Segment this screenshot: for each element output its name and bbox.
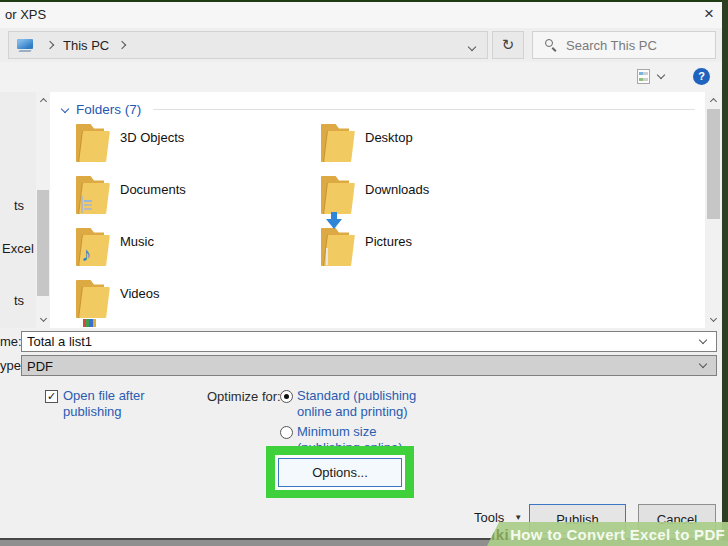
standard-label-line2: online and printing) — [297, 404, 408, 419]
scroll-down-button[interactable] — [36, 312, 50, 328]
folder-item-pictures[interactable]: Pictures — [319, 227, 564, 279]
minimum-size-radio[interactable] — [280, 426, 293, 439]
navigation-pane: ts Excel ts — [0, 92, 36, 328]
document-icon — [81, 196, 83, 213]
folder-item-videos[interactable]: Videos — [74, 279, 319, 328]
frame-right-strip — [722, 0, 728, 541]
file-name-row: me: — [0, 331, 722, 352]
save-type-value: PDF — [22, 357, 700, 374]
sidebar-item-clipped[interactable]: ts — [14, 198, 36, 213]
breadcrumb-chevron-icon[interactable] — [118, 41, 126, 49]
chevron-up-icon — [710, 98, 717, 105]
title-bar: or XPS × — [0, 2, 722, 28]
standard-radio-label[interactable]: Standard (publishing online and printing… — [297, 388, 427, 419]
folder-item-downloads[interactable]: Downloads — [319, 175, 564, 227]
this-pc-icon — [17, 39, 34, 52]
standard-label-line1: Standard (publishing — [297, 388, 416, 403]
folder-icon — [74, 123, 108, 163]
close-icon[interactable]: × — [698, 3, 720, 25]
search-icon — [545, 39, 558, 52]
breadcrumb[interactable]: This PC — [63, 38, 109, 53]
minimum-label-line1: Minimum size — [297, 424, 376, 439]
folder-icon — [74, 279, 108, 319]
folder-grid: 3D Objects Documents ♪ Music — [74, 123, 705, 328]
file-name-label: me: — [0, 334, 22, 349]
file-name-combo[interactable] — [21, 331, 717, 352]
chevron-down-icon — [468, 42, 476, 50]
folder-item-music[interactable]: ♪ Music — [74, 227, 319, 279]
folder-item-label: Music — [120, 234, 154, 249]
folder-item-label: Desktop — [365, 130, 413, 145]
sidebar-item-clipped[interactable]: ts — [14, 293, 36, 308]
folder-icon — [319, 175, 353, 215]
dialog-title: or XPS — [5, 7, 46, 22]
radio-dot — [284, 394, 289, 399]
folder-item-label: Pictures — [365, 234, 412, 249]
folder-icon — [319, 227, 353, 267]
file-browse-area: ts Excel ts Folders (7) — [0, 92, 722, 328]
folder-item-label: 3D Objects — [120, 130, 184, 145]
collapse-chevron-icon — [61, 104, 69, 112]
chevron-down-icon — [710, 315, 717, 322]
options-button[interactable]: Options... — [278, 458, 402, 487]
folders-group-header[interactable]: Folders (7) — [50, 92, 705, 121]
search-box[interactable] — [532, 31, 716, 59]
folder-icon — [319, 123, 353, 163]
music-note-icon: ♪ — [81, 243, 91, 265]
folder-item-3d-objects[interactable]: 3D Objects — [74, 123, 319, 175]
chevron-down-icon[interactable] — [699, 336, 707, 344]
watermark-banner: wiki How to Convert Excel to PDF — [487, 522, 728, 546]
highlight-box: Options... — [266, 446, 414, 498]
refresh-button[interactable]: ↻ — [492, 31, 524, 59]
command-row: ? — [0, 62, 722, 92]
watermark-title: How to Convert Excel to PDF — [510, 526, 725, 543]
scroll-up-button[interactable] — [36, 92, 50, 108]
file-name-input[interactable] — [22, 334, 700, 349]
standard-radio[interactable] — [280, 390, 293, 403]
search-input[interactable] — [566, 38, 706, 53]
save-type-dropdown[interactable]: PDF — [21, 355, 717, 376]
dropdown-triangle-icon: ▼ — [514, 513, 522, 522]
list-scrollbar[interactable] — [706, 92, 721, 328]
folder-item-label: Downloads — [365, 182, 429, 197]
group-separator — [153, 109, 695, 110]
open-after-label-line1: Open file after — [63, 388, 145, 403]
folder-icon — [74, 175, 108, 215]
view-options-icon — [637, 69, 650, 84]
folders-group-title: Folders (7) — [76, 102, 141, 117]
scroll-down-button[interactable] — [706, 312, 721, 328]
folder-icon: ♪ — [74, 227, 108, 267]
address-bar[interactable]: This PC — [8, 31, 488, 59]
open-after-label-line2: publishing — [63, 404, 122, 419]
folder-item-label: Videos — [120, 286, 160, 301]
help-icon[interactable]: ? — [693, 68, 710, 85]
photo-icon — [326, 248, 328, 265]
sidebar-item-clipped[interactable]: Excel — [2, 241, 36, 256]
publish-as-pdf-dialog: or XPS × This PC ↻ ? — [0, 2, 722, 540]
folder-item-label: Documents — [120, 182, 186, 197]
chevron-down-icon — [39, 315, 46, 322]
chevron-up-icon — [39, 98, 46, 105]
scrollbar-thumb[interactable] — [37, 190, 49, 296]
folder-item-desktop[interactable]: Desktop — [319, 123, 564, 175]
address-row: This PC ↻ — [0, 28, 722, 62]
folder-list: Folders (7) 3D Objects Documents — [50, 92, 705, 328]
breadcrumb-chevron-icon — [46, 41, 54, 49]
address-dropdown-button[interactable] — [469, 38, 479, 53]
chevron-down-icon — [657, 71, 665, 79]
open-after-label[interactable]: Open file after publishing — [63, 388, 145, 419]
sidebar-scrollbar[interactable] — [36, 92, 50, 328]
open-after-checkbox[interactable]: ✓ — [45, 390, 58, 403]
screenshot-frame: or XPS × This PC ↻ ? — [0, 0, 728, 546]
view-options-button[interactable] — [637, 69, 664, 84]
optimize-for-label: Optimize for: — [207, 389, 281, 404]
save-type-row: ype: PDF — [0, 355, 722, 376]
scroll-up-button[interactable] — [706, 92, 721, 108]
scrollbar-thumb[interactable] — [707, 109, 720, 219]
folder-item-documents[interactable]: Documents — [74, 175, 319, 227]
chevron-down-icon[interactable] — [699, 360, 707, 368]
